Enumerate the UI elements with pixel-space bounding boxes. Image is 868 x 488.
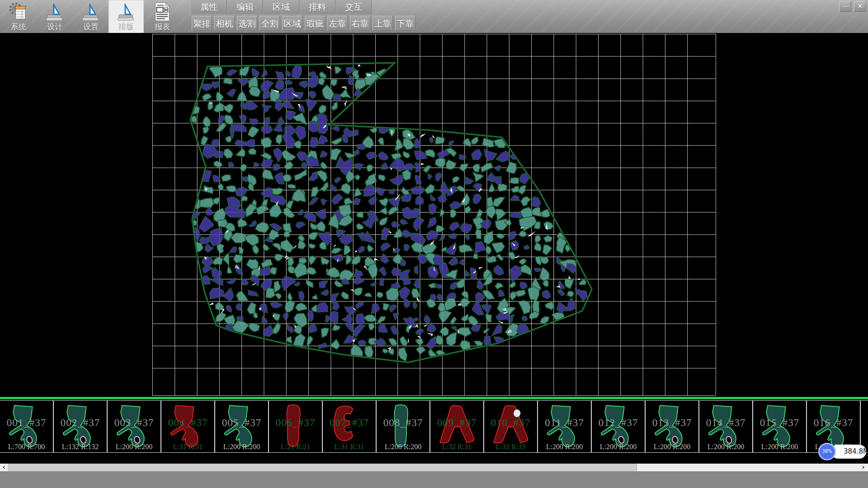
piece-lr-count: L:200 R:200 bbox=[215, 443, 268, 451]
piece-id: 009_#37 bbox=[430, 417, 483, 429]
piece-thumbnail-17[interactable] bbox=[861, 401, 868, 452]
piece-thumbnail-11[interactable]: 011_#37L:200 R:200 bbox=[538, 401, 592, 452]
piece-id: 005_#37 bbox=[215, 417, 268, 429]
piece-lr-count: L:200 R:200 bbox=[699, 443, 752, 451]
piece-lr-count: L:31 R:31 bbox=[161, 443, 214, 451]
piece-id: 002_#37 bbox=[54, 417, 107, 429]
scroll-left-arrow[interactable]: ‹ bbox=[0, 464, 8, 471]
window-controls: — ✕ bbox=[839, 1, 866, 12]
scroll-right-arrow[interactable]: › bbox=[859, 464, 867, 471]
tool-button-8[interactable]: 右靠 bbox=[350, 16, 370, 31]
nesting-canvas[interactable] bbox=[0, 33, 868, 397]
piece-id: 013_#37 bbox=[646, 417, 698, 429]
piece-thumbnail-4[interactable]: 004_#37L:31 R:31 bbox=[161, 401, 215, 452]
nav-tab-label: 设计 bbox=[40, 22, 70, 31]
piece-thumbnail-1[interactable]: 001_#37L:700 R:700 bbox=[0, 401, 54, 452]
piece-lr-count: L:200 R:200 bbox=[753, 443, 806, 451]
piece-id: 001_#37 bbox=[0, 417, 53, 429]
scrollbar-thumb[interactable] bbox=[8, 464, 637, 471]
nav-tab-label: 排版 bbox=[108, 22, 144, 31]
piece-id: 010_#37 bbox=[484, 417, 537, 429]
menu-item-3[interactable]: 区域 bbox=[263, 0, 299, 14]
tool-button-7[interactable]: 左靠 bbox=[327, 16, 348, 31]
piece-thumbnail-5[interactable]: 005_#37L:200 R:200 bbox=[215, 401, 269, 452]
memory-value: 384.8M bbox=[844, 447, 868, 455]
piece-id: 006_#37 bbox=[269, 417, 322, 429]
piece-thumbnail-6[interactable]: 006_#37L:21 R:21 bbox=[269, 401, 323, 452]
tool-button-2[interactable]: 相机 bbox=[214, 16, 235, 31]
tool-button-9[interactable]: 上靠 bbox=[373, 16, 393, 31]
piece-thumbnail-10[interactable]: 010_#37L:33 R:33 bbox=[484, 401, 538, 452]
piece-id: 008_#37 bbox=[377, 417, 429, 429]
tool-button-1[interactable]: 聚排 bbox=[192, 16, 212, 31]
punch-hole bbox=[514, 409, 520, 417]
tool-button-5[interactable]: 区域 bbox=[282, 16, 302, 31]
nesting-canvas-area[interactable] bbox=[0, 33, 868, 397]
piece-thumbnail-3[interactable]: 003_#37L:200 R:200 bbox=[108, 401, 161, 452]
nav-tab-4[interactable]: 排版 bbox=[108, 0, 144, 33]
piece-shape bbox=[866, 403, 868, 450]
piece-lr-count: L:200 R:200 bbox=[538, 443, 591, 451]
piece-thumbnail-14[interactable]: 014_#37L:200 R:200 bbox=[699, 401, 753, 452]
piece-id: 016_#37 bbox=[807, 417, 860, 429]
status-bar bbox=[0, 471, 868, 488]
piece-id: 014_#37 bbox=[699, 417, 752, 429]
horizontal-scrollbar[interactable]: ‹ › bbox=[0, 464, 868, 471]
tool-button-3[interactable]: 选割 bbox=[237, 16, 257, 31]
menu-item-5[interactable]: 交互 bbox=[335, 0, 372, 14]
menu-bar: 属性编辑区域排料交互 bbox=[191, 0, 372, 14]
piece-lr-count: L:21 R:21 bbox=[269, 443, 322, 451]
set-square-icon bbox=[108, 1, 144, 22]
menu-item-2[interactable]: 编辑 bbox=[227, 0, 263, 14]
piece-id: 011_#37 bbox=[538, 417, 591, 429]
nav-tab-2[interactable]: 设计 bbox=[40, 0, 70, 33]
tool-bar: 聚排相机选割全割区域瑕疵左靠右靠上靠下靠 bbox=[192, 16, 415, 31]
piece-id: 015_#37 bbox=[753, 417, 806, 429]
piece-lr-count: L:200 R:200 bbox=[108, 443, 160, 451]
piece-lr-count: L:200 R:200 bbox=[377, 443, 429, 451]
piece-lr-count: L:32 R:31 bbox=[430, 443, 483, 451]
piece-thumbnail-15[interactable]: 015_#37L:200 R:200 bbox=[753, 401, 807, 452]
piece-thumbnail-9[interactable]: 009_#37L:32 R:31 bbox=[430, 401, 484, 452]
strip-separator bbox=[0, 397, 868, 399]
nav-tab-3[interactable]: 设置 bbox=[76, 0, 106, 33]
toolbar: 系统设计设置排版报表 属性编辑区域排料交互 聚排相机选割全割区域瑕疵左靠右靠上靠… bbox=[0, 0, 868, 34]
nav-tab-5[interactable]: 报表 bbox=[147, 0, 177, 33]
set-square-icon bbox=[76, 1, 106, 22]
progress-circle: 38% bbox=[818, 443, 836, 460]
tool-button-6[interactable]: 瑕疵 bbox=[305, 16, 325, 31]
nav-tab-label: 设置 bbox=[76, 22, 106, 31]
close-button[interactable]: ✕ bbox=[854, 1, 866, 12]
piece-id: 003_#37 bbox=[108, 417, 160, 429]
piece-lr-count: L:33 R:33 bbox=[484, 443, 537, 451]
progress-percent: 38% bbox=[820, 449, 835, 454]
piece-thumbnail-2[interactable]: 002_#37L:132 R:132 bbox=[54, 401, 108, 452]
piece-lr-count: L:132 R:132 bbox=[54, 443, 107, 451]
nav-tab-label: 系统 bbox=[4, 22, 33, 31]
piece-lr-count: L:200 R:200 bbox=[592, 443, 645, 451]
app-window: 系统设计设置排版报表 属性编辑区域排料交互 聚排相机选割全割区域瑕疵左靠右靠上靠… bbox=[0, 0, 868, 488]
piece-lr-count: L:700 R:700 bbox=[0, 443, 53, 451]
minimize-button[interactable]: — bbox=[839, 1, 851, 12]
piece-thumbnail-13[interactable]: 013_#37L:200 R:200 bbox=[646, 401, 699, 452]
nav-tab-1[interactable]: 系统 bbox=[4, 0, 33, 33]
piece-id: 004_#37 bbox=[161, 417, 214, 429]
menu-item-1[interactable]: 属性 bbox=[191, 0, 227, 14]
piece-id: 012_#37 bbox=[592, 417, 645, 429]
menu-item-4[interactable]: 排料 bbox=[299, 0, 335, 14]
tool-button-4[interactable]: 全割 bbox=[259, 16, 280, 31]
nav-tab-label: 报表 bbox=[147, 22, 177, 31]
piece-lr-count: L:31 R:31 bbox=[323, 443, 376, 451]
report-icon bbox=[147, 1, 177, 22]
piece-lr-count: L:200 R:200 bbox=[646, 443, 698, 451]
piece-id: 007_#37 bbox=[323, 417, 376, 429]
piece-thumbnail-8[interactable]: 008_#37L:200 R:200 bbox=[377, 401, 430, 452]
piece-thumbnail-7[interactable]: 007_#37L:31 R:31 bbox=[323, 401, 377, 452]
tool-button-10[interactable]: 下靠 bbox=[395, 16, 415, 31]
gear-table-icon bbox=[4, 1, 33, 22]
pieces-strip: 001_#37L:700 R:700002_#37L:132 R:132003_… bbox=[0, 400, 868, 453]
set-square-icon bbox=[40, 1, 70, 22]
memory-pill: 384.8M bbox=[831, 445, 866, 459]
piece-thumbnail-12[interactable]: 012_#37L:200 R:200 bbox=[592, 401, 646, 452]
